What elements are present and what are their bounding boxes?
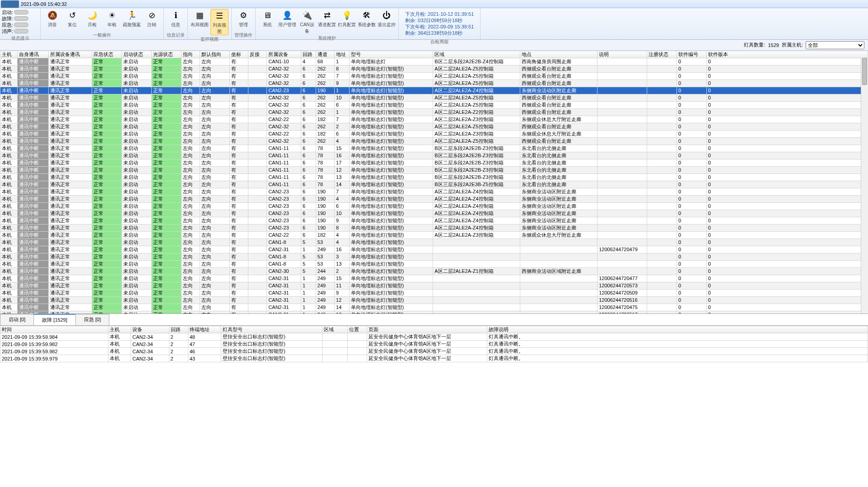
col-host[interactable]: 主机 (0, 51, 18, 58)
log-col-model[interactable]: 灯具型号 (221, 326, 322, 333)
reset-button[interactable]: ↺复位 (63, 9, 81, 31)
col-reg[interactable]: 注册状态 (647, 51, 677, 58)
table-row[interactable]: 本机通讯中断通讯正常正常未启动正常左向左向有CAN2-32626210单向地埋标… (0, 94, 868, 102)
col-dir[interactable]: 指向 (181, 51, 200, 58)
table-row[interactable]: 本机通讯中断通讯正常正常未启动正常左向左向有CAN1-1167813单向地埋标志… (0, 174, 868, 181)
log-col-pos[interactable]: 位置 (348, 326, 367, 333)
table-row[interactable]: 本机通讯中断通讯正常正常未启动正常左向左向有CAN2-2361906单向地埋标志… (0, 203, 868, 210)
table-row[interactable]: 本机通讯中断通讯正常正常未启动正常左向左向有CAN2-2361907单向地埋标志… (0, 188, 868, 196)
table-row[interactable]: 本机通讯中断通讯正常正常未启动正常左向左向有CAN2-2361904单向地埋标志… (0, 196, 868, 203)
mute-button[interactable]: 🔕消音 (43, 9, 61, 31)
exit-button[interactable]: ⏻退出监控 (378, 9, 396, 34)
table-row[interactable]: 本机通讯中断通讯正常正常未启动正常左向左向有CAN1-1167815单向地埋标志… (0, 145, 868, 152)
table-row[interactable]: 本机通讯中断通讯正常正常未启动正常左向左向有CAN2-3112499单向地埋标志… (0, 290, 868, 297)
table-row[interactable]: 本机通讯中断通讯正常正常未启动正常左向左向有CAN2-2261827单向地埋标志… (0, 116, 868, 123)
log-col-time[interactable]: 时间 (0, 326, 108, 333)
col-boot[interactable]: 启动状态 (122, 51, 152, 58)
table-row[interactable]: 本机通讯中断通讯正常正常未启动正常左向左向有CAN2-31124915单向地埋标… (0, 275, 868, 282)
col-model[interactable]: 型号 (349, 51, 433, 58)
table-row[interactable]: 本机通讯中断通讯正常正常未启动正常左向左向有CAN2-3262627单向地埋标志… (0, 73, 868, 80)
param-button[interactable]: 🛠系统参数 (358, 9, 376, 34)
list-button[interactable]: ☰列表视图 (210, 9, 229, 35)
log-col-dev[interactable]: 设备 (131, 326, 169, 333)
log-grid[interactable]: 时间主机设备回路终端地址灯具型号区域位置页面故障说明2021-09-09 15:… (0, 326, 868, 362)
chan-button[interactable]: ⇄通道配置 (318, 9, 336, 34)
col-defdir[interactable]: 默认指向 (200, 51, 230, 58)
table-row[interactable]: 本机通讯中断通讯正常正常未启动正常左向左向有CAN2-2361901单向地埋标志… (0, 87, 868, 94)
col-loc[interactable]: 地点 (520, 51, 597, 58)
table-row[interactable]: 本机通讯中断通讯正常正常未启动正常左向左向有CAN2-23619010单向地埋标… (0, 210, 868, 217)
info-button[interactable]: ℹ信息 (167, 9, 185, 31)
manage-button[interactable]: ⚙管理 (234, 9, 252, 31)
table-row[interactable]: 本机通讯中断通讯正常正常未启动正常左向左向有CAN2-3262622单向地埋标志… (0, 123, 868, 131)
logout-button[interactable]: ⊘注销 (143, 9, 161, 31)
cell-chan: 262 (316, 73, 334, 80)
lamp-button[interactable]: 💡灯具配置 (338, 9, 356, 34)
table-row[interactable]: 本机通讯中断通讯正常正常未启动正常左向左向有CAN2-3262626单向地埋标志… (0, 102, 868, 109)
table-row[interactable]: 本机通讯中断通讯正常正常未启动正常左向左向有CAN2-3262628单向地埋标志… (0, 66, 868, 73)
log-row[interactable]: 2021-09-09 15:39:59.982本机CAN2-34247壁挂安全出… (0, 341, 868, 348)
table-row[interactable]: 本机通讯中断通讯正常正常未启动正常左向左向有CAN2-3262621单向地埋标志… (0, 109, 868, 116)
log-row[interactable]: 2021-09-09 15:39:59.982本机CAN2-34246壁挂安全出… (0, 348, 868, 355)
yearly-button[interactable]: ☀年检 (103, 9, 121, 31)
layout-button[interactable]: ▦布局视图 (191, 9, 209, 35)
table-row[interactable]: 本机通讯中断通讯正常正常未启动正常左向左向有CAN2-31124913单向地埋标… (0, 311, 868, 314)
table-row[interactable]: 本机通讯中断通讯正常正常未启动正常左向左向有CAN1-1167812单向地埋标志… (0, 167, 868, 174)
user-button[interactable]: 👤用户管理 (278, 9, 296, 34)
col-desc[interactable]: 说明 (597, 51, 647, 58)
log-row[interactable]: 2021-09-09 15:39:59.984本机CAN2-34248壁挂安全出… (0, 333, 868, 341)
col-dev[interactable]: 所属设备通讯 (49, 51, 92, 58)
log-row[interactable]: 2021-09-09 15:39:59.979本机CAN2-34243壁挂安全出… (0, 355, 868, 362)
col-swver[interactable]: 软件版本 (706, 51, 868, 58)
table-row[interactable]: 本机通讯中断通讯正常正常未启动正常左向左向有CAN2-3052442单向地埋标志… (0, 268, 868, 275)
scrollbar-thumb[interactable] (862, 58, 867, 85)
table-row[interactable]: 本机通讯中断通讯正常正常未启动正常左向左向有CAN1-104681单向地埋标志灯… (0, 58, 868, 66)
table-row[interactable]: 本机通讯中断通讯正常正常未启动正常左向左向有CAN1-1167814单向地埋标志… (0, 181, 868, 188)
col-chan[interactable]: 通道 (316, 51, 334, 58)
tab-fault[interactable]: 故障 [1529] (33, 314, 76, 325)
cell-host: 本机 (0, 181, 18, 188)
table-row[interactable]: 本机通讯中断通讯正常正常未启动正常左向左向有CAN2-2361909单向地埋标志… (0, 217, 868, 225)
log-col-page[interactable]: 页面 (367, 326, 487, 333)
cell-reg (647, 188, 677, 196)
app-menu-button[interactable] (1, 0, 19, 8)
table-row[interactable]: 本机通讯中断通讯正常正常未启动正常左向左向有CAN2-3262624单向地埋标志… (0, 138, 868, 145)
col-emerg[interactable]: 应急状态 (92, 51, 122, 58)
table-row[interactable]: 本机通讯中断通讯正常正常未启动正常左向左向有CAN2-31124911单向地埋标… (0, 282, 868, 290)
table-row[interactable]: 本机通讯中断通讯正常正常未启动正常左向左向有CAN1-1167817单向地埋标志… (0, 159, 868, 167)
col-self[interactable]: 自身通讯 (18, 51, 49, 58)
main-grid[interactable]: 主机自身通讯所属设备通讯应急状态启动状态光源状态指向默认指向坐标反接所属设备回路… (0, 51, 868, 314)
table-row[interactable]: 本机通讯中断通讯正常正常未启动正常左向左向有CAN1-855313单向地埋标志灯… (0, 261, 868, 268)
table-row[interactable]: 本机通讯中断通讯正常正常未启动正常左向左向有CAN2-31124914单向地埋标… (0, 304, 868, 311)
host-filter-select[interactable]: 全部 (806, 41, 864, 49)
tab-boot[interactable]: 启动 [0] (0, 314, 34, 325)
col-area[interactable]: 区域 (433, 51, 520, 58)
log-col-fault[interactable]: 故障说明 (487, 326, 868, 333)
table-row[interactable]: 本机通讯中断通讯正常正常未启动正常左向左向有CAN1-1167816单向地埋标志… (0, 152, 868, 159)
sys-button[interactable]: 🖥系统 (258, 9, 276, 34)
table-row[interactable]: 本机通讯中断通讯正常正常未启动正常左向左向有CAN1-85534单向地埋标志灯(… (0, 239, 868, 246)
col-swno[interactable]: 软件编号 (677, 51, 706, 58)
table-row[interactable]: 本机通讯中断通讯正常正常未启动正常左向左向有CAN2-2361908单向地埋标志… (0, 225, 868, 232)
table-row[interactable]: 本机通讯中断通讯正常正常未启动正常左向左向有CAN1-85533单向地埋标志灯(… (0, 253, 868, 261)
col-rev[interactable]: 反接 (248, 51, 267, 58)
table-row[interactable]: 本机通讯中断通讯正常正常未启动正常左向左向有CAN2-2261826单向地埋标志… (0, 131, 868, 138)
col-devname[interactable]: 所属设备 (267, 51, 301, 58)
log-col-loop[interactable]: 回路 (169, 326, 188, 333)
log-col-addr[interactable]: 终端地址 (188, 326, 221, 333)
log-col-area[interactable]: 区域 (322, 326, 348, 333)
tab-emerg[interactable]: 应急 [0] (75, 314, 109, 325)
col-loop[interactable]: 回路 (301, 51, 316, 58)
table-row[interactable]: 本机通讯中断通讯正常正常未启动正常左向左向有CAN2-3262629单向地埋标志… (0, 80, 868, 87)
grid-scrollbar[interactable] (861, 58, 868, 314)
table-row[interactable]: 本机通讯中断通讯正常正常未启动正常左向左向有CAN2-31124916单向地埋标… (0, 246, 868, 253)
log-col-host[interactable]: 主机 (108, 326, 131, 333)
col-addr[interactable]: 地址 (335, 51, 350, 58)
table-row[interactable]: 本机通讯中断通讯正常正常未启动正常左向左向有CAN2-31124912单向地埋标… (0, 297, 868, 304)
monthly-button[interactable]: 🌙月检 (83, 9, 101, 31)
can-button[interactable]: 🔌CAN设备 (298, 9, 316, 34)
col-light[interactable]: 光源状态 (152, 51, 182, 58)
evac-button[interactable]: 🏃疏散预案 (123, 9, 141, 31)
col-coord[interactable]: 坐标 (230, 51, 248, 58)
table-row[interactable]: 本机通讯中断通讯正常正常未启动正常左向左向有CAN2-2261824单向地埋标志… (0, 232, 868, 239)
